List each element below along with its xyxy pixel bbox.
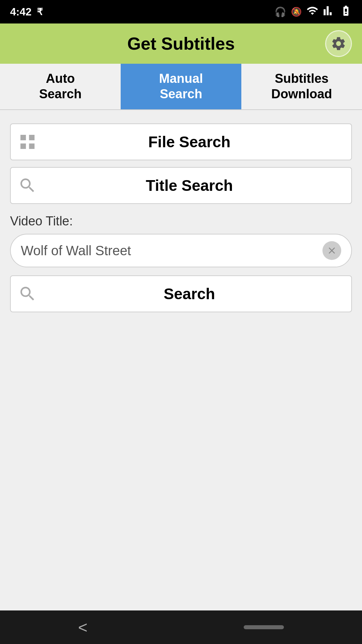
search-icon xyxy=(18,176,37,195)
grid-icon-wrapper xyxy=(11,124,44,160)
file-search-button[interactable]: File Search xyxy=(10,123,352,160)
tab-subtitles-download[interactable]: Subtitles Download xyxy=(241,64,362,109)
status-right: 🎧 🔕 xyxy=(275,5,352,19)
search-button[interactable]: Search xyxy=(10,275,352,312)
status-bar: 4:42 ₹ 🎧 🔕 xyxy=(0,0,362,23)
gear-icon xyxy=(330,36,347,52)
video-title-label: Video Title: xyxy=(10,214,352,228)
close-icon xyxy=(326,245,337,256)
search-button-icon xyxy=(18,284,37,303)
wifi-icon xyxy=(306,5,318,19)
home-pill[interactable] xyxy=(244,625,284,629)
grid-icon xyxy=(18,132,37,151)
tab-bar: Auto Search Manual Search Subtitles Down… xyxy=(0,64,362,110)
app-header: Get Subtitles xyxy=(0,23,362,64)
file-search-label: File Search xyxy=(44,133,351,151)
tab-auto-search[interactable]: Auto Search xyxy=(0,64,121,109)
mute-icon: 🔕 xyxy=(291,7,302,17)
search-button-label: Search xyxy=(44,285,351,303)
title-search-button[interactable]: Title Search xyxy=(10,167,352,204)
settings-button[interactable] xyxy=(325,30,352,57)
clock: 4:42 xyxy=(10,6,32,18)
search-icon-wrapper xyxy=(11,168,44,203)
search-button-icon-wrapper xyxy=(11,276,44,312)
video-title-input[interactable] xyxy=(21,243,322,258)
currency-icon: ₹ xyxy=(37,6,43,17)
clear-input-button[interactable] xyxy=(322,241,341,260)
navigation-bar: < xyxy=(0,610,362,644)
back-button[interactable]: < xyxy=(78,618,87,637)
battery-icon xyxy=(340,5,352,19)
app-title: Get Subtitles xyxy=(127,34,235,54)
title-search-label: Title Search xyxy=(44,176,351,195)
signal-icon xyxy=(323,5,335,19)
status-left: 4:42 ₹ xyxy=(10,6,43,18)
tab-manual-search[interactable]: Manual Search xyxy=(121,64,241,109)
video-title-input-wrapper xyxy=(10,234,352,267)
main-content: File Search Title Search Video Title: Se… xyxy=(0,110,362,610)
headphone-icon: 🎧 xyxy=(275,6,286,17)
